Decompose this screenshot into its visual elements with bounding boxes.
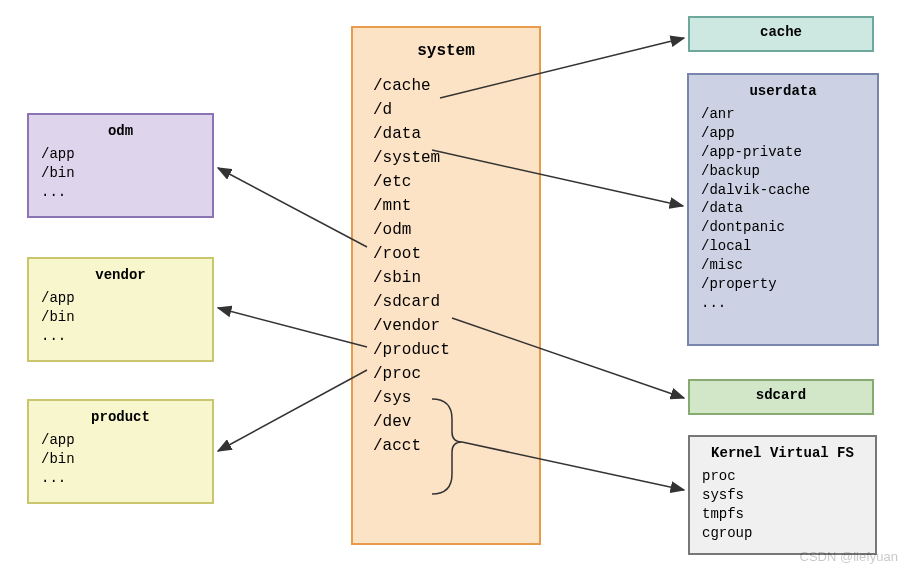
system-box: system /cache /d /data /system /etc /mnt…	[351, 26, 541, 545]
list-item: tmpfs	[702, 505, 863, 524]
list-item: /system	[373, 146, 519, 170]
vendor-title: vendor	[41, 267, 200, 283]
list-item: ...	[41, 327, 200, 346]
list-item: /bin	[41, 308, 200, 327]
list-item: /odm	[373, 218, 519, 242]
list-item: /cache	[373, 74, 519, 98]
list-item: /proc	[373, 362, 519, 386]
list-item: /app	[701, 124, 865, 143]
list-item: /mnt	[373, 194, 519, 218]
list-item: /etc	[373, 170, 519, 194]
list-item: /anr	[701, 105, 865, 124]
list-item: /d	[373, 98, 519, 122]
list-item: sysfs	[702, 486, 863, 505]
list-item: /app-private	[701, 143, 865, 162]
list-item: /local	[701, 237, 865, 256]
userdata-list: /anr /app /app-private /backup /dalvik-c…	[701, 105, 865, 313]
list-item: /data	[373, 122, 519, 146]
list-item: cgroup	[702, 524, 863, 543]
list-item: /property	[701, 275, 865, 294]
product-list: /app /bin ...	[41, 431, 200, 488]
userdata-title: userdata	[701, 83, 865, 99]
userdata-box: userdata /anr /app /app-private /backup …	[687, 73, 879, 346]
list-item: /misc	[701, 256, 865, 275]
list-item: /sdcard	[373, 290, 519, 314]
list-item: ...	[41, 183, 200, 202]
sdcard-box: sdcard	[688, 379, 874, 415]
kernel-virtual-fs-list: proc sysfs tmpfs cgroup	[702, 467, 863, 543]
odm-list: /app /bin ...	[41, 145, 200, 202]
list-item: /bin	[41, 164, 200, 183]
list-item: /app	[41, 289, 200, 308]
list-item: ...	[41, 469, 200, 488]
list-item: /product	[373, 338, 519, 362]
list-item: /app	[41, 431, 200, 450]
svg-line-2	[218, 168, 367, 247]
cache-box: cache	[688, 16, 874, 52]
product-title: product	[41, 409, 200, 425]
svg-line-3	[218, 308, 367, 347]
system-list: /cache /d /data /system /etc /mnt /odm /…	[373, 74, 519, 458]
list-item: /sys	[373, 386, 519, 410]
svg-line-4	[218, 370, 367, 451]
list-item: /vendor	[373, 314, 519, 338]
list-item: /dontpanic	[701, 218, 865, 237]
vendor-list: /app /bin ...	[41, 289, 200, 346]
product-box: product /app /bin ...	[27, 399, 214, 504]
vendor-box: vendor /app /bin ...	[27, 257, 214, 362]
list-item: /root	[373, 242, 519, 266]
list-item: /bin	[41, 450, 200, 469]
sdcard-title: sdcard	[696, 387, 866, 403]
list-item: /backup	[701, 162, 865, 181]
watermark: CSDN @liefyuan	[800, 549, 898, 564]
list-item: /data	[701, 199, 865, 218]
odm-title: odm	[41, 123, 200, 139]
list-item: /sbin	[373, 266, 519, 290]
list-item: ...	[701, 294, 865, 313]
system-title: system	[373, 42, 519, 60]
list-item: proc	[702, 467, 863, 486]
kernel-virtual-fs-title: Kernel Virtual FS	[702, 445, 863, 461]
cache-title: cache	[696, 24, 866, 40]
odm-box: odm /app /bin ...	[27, 113, 214, 218]
kernel-virtual-fs-box: Kernel Virtual FS proc sysfs tmpfs cgrou…	[688, 435, 877, 555]
list-item: /dalvik-cache	[701, 181, 865, 200]
list-item: /acct	[373, 434, 519, 458]
list-item: /app	[41, 145, 200, 164]
list-item: /dev	[373, 410, 519, 434]
